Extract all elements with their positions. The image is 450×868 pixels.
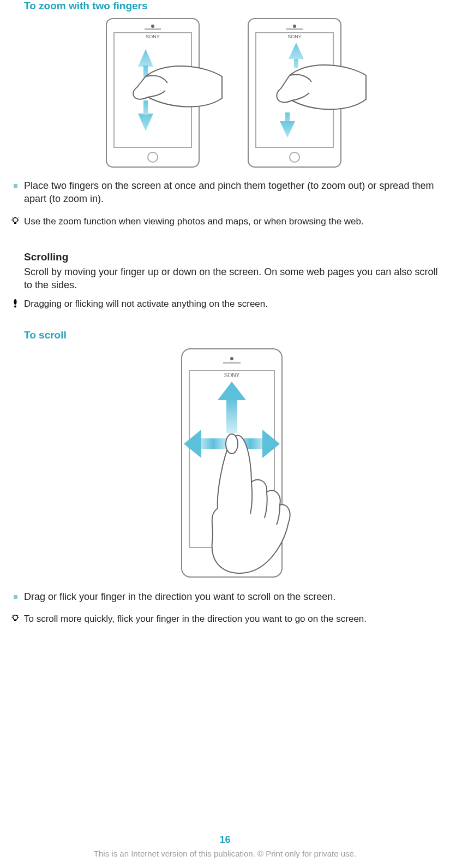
svg-text:SONY: SONY [224,372,239,378]
exclamation-icon [12,299,19,310]
scrolling-note: Dragging or flicking will not activate a… [24,298,268,311]
svg-line-50 [17,615,19,616]
svg-point-44 [226,434,238,454]
svg-rect-9 [143,100,148,115]
svg-rect-36 [226,398,237,433]
page-number: 16 [0,834,450,846]
scrolling-intro: Scroll by moving your finger up or down … [24,265,439,292]
svg-rect-3 [145,28,161,30]
zoom-heading: To zoom with two fingers [24,0,439,12]
scroll-illustration: SONY [24,346,439,580]
svg-rect-33 [223,362,241,364]
svg-point-13 [293,25,296,28]
svg-point-28 [14,299,17,305]
svg-text:SONY: SONY [146,34,160,39]
svg-point-22 [13,217,17,222]
lightbulb-icon [11,217,20,225]
svg-text:SONY: SONY [287,34,302,39]
scroll-bullet-text: Drag or flick your finger in the directi… [24,590,335,603]
svg-point-2 [151,25,154,28]
scroll-heading: To scroll [24,329,439,341]
svg-rect-46 [14,620,16,622]
zoom-illustration: SONY SONY [24,16,439,169]
zoom-tip-text: Use the zoom function when viewing photo… [24,216,364,228]
scroll-tip-text: To scroll more quickly, flick your finge… [24,613,367,626]
scrolling-heading: Scrolling [24,251,439,263]
svg-rect-23 [14,222,16,224]
svg-line-27 [17,217,19,218]
footer-disclaimer: This is an Internet version of this publ… [0,849,450,858]
bullet-icon [14,184,17,188]
svg-line-26 [13,217,14,218]
lightbulb-icon [11,614,20,623]
svg-point-32 [230,357,233,360]
svg-point-29 [14,306,16,308]
svg-rect-14 [286,28,303,30]
zoom-bullet-text: Place two fingers on the screen at once … [24,179,439,206]
svg-line-49 [13,615,14,616]
svg-point-45 [13,615,17,620]
bullet-icon [14,595,17,599]
svg-rect-40 [198,438,229,449]
